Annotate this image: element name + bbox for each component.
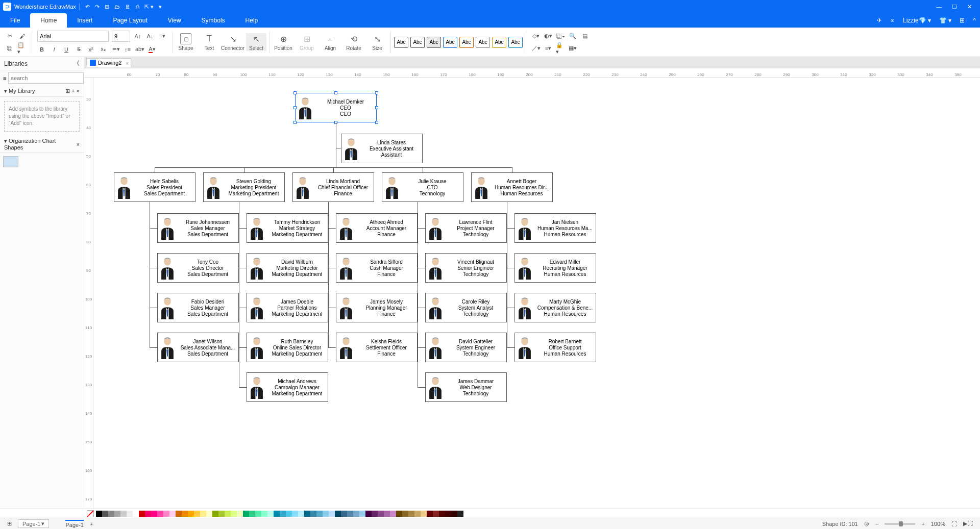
italic-icon[interactable]: I [50,45,59,54]
new-icon[interactable]: ⊞ [105,4,109,10]
style-preset-4[interactable]: Abc [443,37,457,48]
text-tool[interactable]: TText [199,33,219,51]
zoom-slider[interactable] [885,523,915,525]
layers-icon[interactable]: ▤ [580,32,590,41]
color-swatch[interactable] [194,511,200,517]
color-swatch[interactable] [274,511,280,517]
color-swatch[interactable] [408,511,414,517]
org-card[interactable]: David WilburnMarketing DirectorMarketing… [247,253,328,283]
menu-page-layout[interactable]: Page Layout [103,13,157,28]
color-swatch[interactable] [365,511,372,517]
my-library-section[interactable]: ▾ My Library ⊞ + × [0,86,84,97]
page-tab[interactable]: Page-1 [65,520,83,528]
fill-icon[interactable]: ◇▾ [531,32,541,41]
org-card[interactable]: David GottelierSystem EngineerTechnology [425,333,507,362]
style-preset-7[interactable]: Abc [492,37,506,48]
color-swatch[interactable] [188,511,194,517]
menu-symbols[interactable]: Symbols [191,13,235,28]
org-card[interactable]: James MoselyPlanning ManagerFinance [336,293,418,322]
color-swatch[interactable] [133,511,139,517]
menu-home[interactable]: Home [30,13,67,28]
color-swatch[interactable] [433,511,439,517]
import-lib-icon[interactable]: ⊞ [65,88,70,94]
color-swatch[interactable] [378,511,384,517]
org-card[interactable]: Lawrence FlintProject ManagerTechnology [425,213,507,243]
minimize-button[interactable]: — [931,4,947,10]
color-swatch[interactable] [261,511,267,517]
org-shapes-section[interactable]: ▾ Organization Chart Shapes × [0,136,84,153]
color-swatch[interactable] [396,511,402,517]
org-card[interactable]: Michael AndrewsCampaign ManagerMarketing… [247,372,328,402]
org-card[interactable]: Edward MillerRecruiting ManagerHuman Res… [514,253,596,283]
color-swatch[interactable] [445,511,451,517]
font-color-icon[interactable]: A▾ [148,45,157,54]
color-swatch[interactable] [120,511,127,517]
color-swatch[interactable] [414,511,421,517]
color-swatch[interactable] [292,511,298,517]
color-swatch[interactable] [329,511,335,517]
org-card[interactable]: Michael DemkerCEOCEO [295,93,377,122]
color-swatch[interactable] [347,511,353,517]
color-swatch[interactable] [163,511,169,517]
highlight-icon[interactable]: ab▾ [135,45,144,54]
size-menu[interactable]: ⤡Size [367,33,387,51]
font-size-combo[interactable] [112,31,130,42]
copy-icon[interactable]: ⿻ [5,44,14,53]
page-grid-icon[interactable]: ⊞ [7,520,12,527]
lock-icon[interactable]: 🔒▾ [556,44,565,53]
color-swatch[interactable] [200,511,206,517]
org-card[interactable]: Janet WilsonSales Associate Mana...Sales… [157,333,239,362]
org-card[interactable]: Sandra SiffordCash ManagerFinance [336,253,418,283]
color-swatch[interactable] [439,511,445,517]
superscript-icon[interactable]: x² [86,45,95,54]
line-icon[interactable]: ／▾ [531,44,541,53]
org-card[interactable]: Steven GoldingMarketing PresidentMarketi… [203,172,285,202]
font-family-combo[interactable] [37,31,109,42]
color-swatch[interactable] [384,511,390,517]
increase-font-icon[interactable]: A↑ [133,32,142,41]
redo-icon[interactable]: ↷ [95,4,100,10]
color-swatch[interactable] [169,511,176,517]
org-card[interactable]: Annett BogerHuman Resources Dir...Human … [471,172,553,202]
add-page-button[interactable]: + [90,521,93,527]
color-swatch[interactable] [249,511,255,517]
color-swatch[interactable] [157,511,163,517]
color-swatch[interactable] [255,511,261,517]
find-icon[interactable]: 🔍 [568,32,577,41]
menu-insert[interactable]: Insert [67,13,103,28]
line-spacing-icon[interactable]: ↕≡ [123,45,132,54]
color-swatch[interactable] [176,511,182,517]
close-lib-icon[interactable]: × [77,88,80,94]
color-swatch[interactable] [102,511,108,517]
rotate-menu[interactable]: ⟲Rotate [344,33,364,51]
search-dropdown-icon[interactable]: ≡ [3,75,6,81]
color-swatch[interactable] [286,511,292,517]
color-swatch[interactable] [323,511,329,517]
subscript-icon[interactable]: x₂ [99,45,108,54]
zoom-out-button[interactable]: − [875,521,878,527]
shape-tool[interactable]: ▢Shape [176,33,196,51]
menu-help[interactable]: Help [235,13,268,28]
color-swatch[interactable] [427,511,433,517]
color-swatch[interactable] [114,511,120,517]
org-card[interactable]: Linda StaresExecutive AssistantAssistant [341,134,423,163]
color-swatch[interactable] [341,511,347,517]
send-icon[interactable]: ✈ [873,13,886,28]
color-swatch[interactable] [225,511,231,517]
style-preset-1[interactable]: Abc [394,37,408,48]
connector-tool[interactable]: ↘Connector [223,33,243,51]
org-card[interactable]: Marty McGhieCompensation & Bene...Human … [514,293,596,322]
decrease-font-icon[interactable]: A↓ [145,32,155,41]
color-swatch[interactable] [212,511,218,517]
org-card[interactable]: Tammy HendricksonMarket StrategyMarketin… [247,213,328,243]
org-card[interactable]: Robert BarnettOffice SupportHuman Resour… [514,333,596,362]
color-swatch[interactable] [231,511,237,517]
fullscreen-icon[interactable]: ⛶ [951,521,957,527]
zoom-in-button[interactable]: + [921,521,924,527]
open-icon[interactable]: 🗁 [114,4,120,10]
color-swatch[interactable] [390,511,396,517]
color-swatch[interactable] [298,511,304,517]
style-preset-5[interactable]: Abc [459,37,474,48]
style-preset-6[interactable]: Abc [476,37,490,48]
format-painter-icon[interactable]: 🖌 [17,32,27,41]
